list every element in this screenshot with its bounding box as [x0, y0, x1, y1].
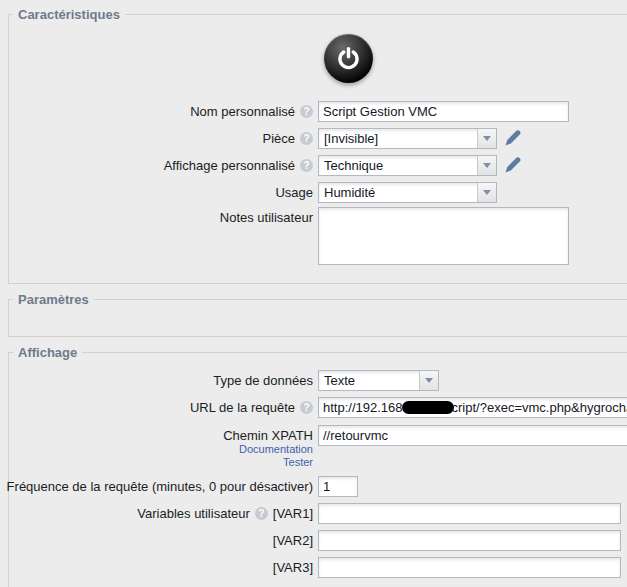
notes-label: Notes utilisateur — [220, 210, 313, 225]
usage-select[interactable]: Humidité — [318, 182, 497, 203]
custom-display-select[interactable]: Technique — [318, 155, 497, 176]
data-type-select-value: Texte — [319, 371, 419, 390]
chevron-down-icon — [477, 156, 496, 175]
parameters-section: Paramètres — [8, 292, 627, 337]
display-legend: Affichage — [13, 345, 82, 360]
xpath-label: Chemin XPATH — [223, 428, 313, 443]
usage-label-row: Usage — [275, 182, 313, 203]
var2-input[interactable] — [318, 530, 621, 551]
room-select-value: [Invisible] — [319, 129, 477, 148]
pencil-icon — [503, 155, 523, 175]
frequency-label: Fréquence de la requête (minutes, 0 pour… — [7, 479, 313, 494]
url-value-prefix: http://192.168 — [323, 400, 403, 415]
tester-link[interactable]: Tester — [283, 456, 313, 468]
pencil-icon — [503, 128, 523, 148]
usage-label: Usage — [275, 185, 313, 200]
chevron-down-icon — [419, 371, 438, 390]
name-label: Nom personnalisé — [190, 104, 295, 119]
help-icon[interactable]: ? — [255, 507, 268, 520]
power-button[interactable] — [324, 34, 373, 83]
help-icon[interactable]: ? — [300, 132, 313, 145]
custom-display-select-value: Technique — [319, 156, 477, 175]
var1-input[interactable] — [318, 503, 621, 524]
room-label-row: Pièce ? — [262, 128, 313, 149]
var3-label: [VAR3] — [273, 560, 313, 575]
characteristics-legend: Caractéristiques — [13, 7, 125, 22]
device-config-page: Caractéristiques Nom personnalisé ? Pièc… — [0, 0, 627, 587]
chevron-down-icon — [477, 183, 496, 202]
edit-room-button[interactable] — [503, 128, 523, 148]
edit-display-button[interactable] — [503, 155, 523, 175]
request-url-input[interactable]: http://192.168cript/?exec=vmc.php&hygroc… — [318, 397, 627, 418]
redaction-blob — [402, 401, 454, 414]
parameters-legend: Paramètres — [13, 292, 94, 307]
documentation-link[interactable]: Documentation — [239, 443, 313, 455]
custom-name-input[interactable] — [318, 101, 569, 122]
data-type-label: Type de données — [213, 373, 313, 388]
help-icon[interactable]: ? — [300, 105, 313, 118]
url-value-suffix: cript/?exec=vmc.php&hygrocham — [452, 400, 627, 415]
usage-select-value: Humidité — [319, 183, 477, 202]
custom-display-label-row: Affichage personnalisé ? — [164, 155, 313, 176]
user-notes-textarea[interactable] — [318, 207, 569, 265]
help-icon[interactable]: ? — [300, 159, 313, 172]
data-type-label-row: Type de données — [213, 370, 313, 391]
chevron-down-icon — [477, 129, 496, 148]
help-icon[interactable]: ? — [300, 401, 313, 414]
variables-label-row: Variables utilisateur ? [VAR1] — [137, 503, 313, 524]
room-select[interactable]: [Invisible] — [318, 128, 497, 149]
frequency-label-row: Fréquence de la requête (minutes, 0 pour… — [7, 476, 313, 497]
var3-input[interactable] — [318, 557, 621, 578]
name-label-row: Nom personnalisé ? — [190, 101, 313, 122]
variables-label: Variables utilisateur — [137, 506, 249, 521]
var2-label-row: [VAR2] — [273, 530, 313, 551]
notes-label-row: Notes utilisateur — [220, 207, 313, 228]
xpath-input[interactable] — [318, 425, 627, 446]
custom-display-label: Affichage personnalisé — [164, 158, 295, 173]
url-label-row: URL de la requête ? — [190, 397, 313, 418]
url-label: URL de la requête — [190, 400, 295, 415]
var3-label-row: [VAR3] — [273, 557, 313, 578]
frequency-input[interactable] — [318, 476, 358, 497]
data-type-select[interactable]: Texte — [318, 370, 439, 391]
room-label: Pièce — [262, 131, 295, 146]
var1-label: [VAR1] — [273, 506, 313, 521]
var2-label: [VAR2] — [273, 533, 313, 548]
power-icon — [335, 45, 362, 72]
